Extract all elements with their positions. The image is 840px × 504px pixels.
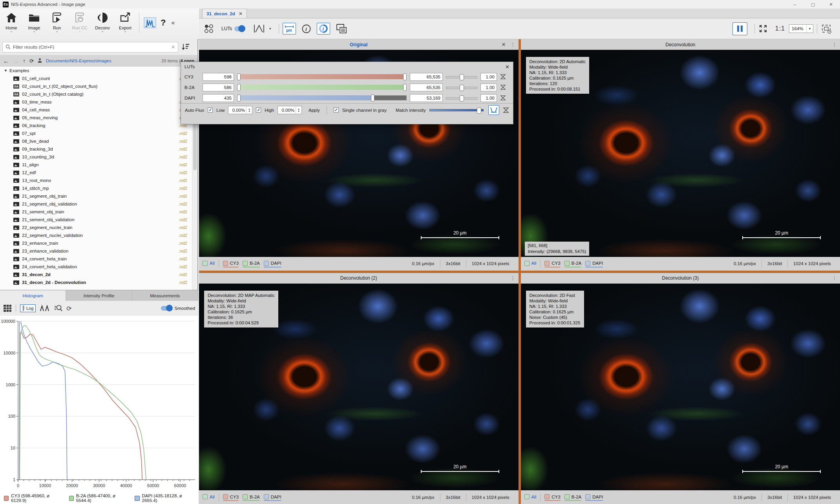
channel-checkbox[interactable] bbox=[544, 494, 550, 499]
close-button[interactable]: ✕ bbox=[822, 0, 840, 9]
tab-intensity-profile[interactable]: Intensity Profile bbox=[66, 290, 132, 301]
peaks-icon[interactable] bbox=[40, 305, 50, 312]
spinner-arrows-icon[interactable]: ▲▼ bbox=[246, 106, 252, 114]
file-row[interactable]: 31_decon_2d - Deconvolution .nd2 bbox=[0, 278, 197, 286]
channel-checkbox[interactable] bbox=[564, 494, 570, 499]
lut-range-slider[interactable] bbox=[237, 84, 407, 91]
lut-gamma-slider[interactable] bbox=[446, 84, 477, 91]
reset-channel-icon[interactable] bbox=[500, 95, 509, 101]
luts-toggle[interactable] bbox=[234, 26, 245, 31]
back-icon[interactable]: ← bbox=[3, 58, 9, 64]
lut-curve-icon[interactable] bbox=[253, 24, 265, 33]
luts-close-icon[interactable]: ✕ bbox=[505, 64, 509, 70]
file-row[interactable]: 14_stitch_mp .nd2 bbox=[0, 184, 197, 192]
file-row[interactable]: 10_counting_3d .nd2 bbox=[0, 153, 197, 161]
help-button[interactable]: ? bbox=[161, 18, 166, 28]
channel-checkbox[interactable] bbox=[524, 494, 530, 499]
tab-close-icon[interactable]: ✕ bbox=[239, 11, 243, 16]
file-row[interactable]: 24_convert_hela_train .nd2 bbox=[0, 255, 197, 263]
file-row[interactable]: 01_cell_count .nd2 bbox=[0, 75, 197, 82]
channel-toggle-all[interactable]: All bbox=[524, 494, 537, 500]
channel-checkbox[interactable] bbox=[264, 261, 269, 266]
channel-toggle-b-2a[interactable]: B-2A bbox=[564, 494, 582, 500]
panel-header[interactable]: Deconvolution ⋮ bbox=[521, 39, 840, 50]
lut-low-thumb[interactable] bbox=[237, 95, 241, 102]
file-row[interactable]: 22_segment_nuclei_validation .nd2 bbox=[0, 231, 197, 239]
channel-checkbox[interactable] bbox=[524, 261, 530, 266]
channel-checkbox[interactable] bbox=[223, 494, 228, 499]
lut-max-input[interactable]: 65,535 bbox=[410, 84, 443, 91]
lut-curve-dropdown-icon[interactable]: ▼ bbox=[268, 27, 272, 31]
sort-order-icon[interactable] bbox=[181, 43, 190, 52]
micrograph-view[interactable]: Deconvolution: 2D AutomaticModality: Wid… bbox=[521, 50, 840, 257]
high-percent-spinner[interactable]: 0.00% ▲▼ bbox=[278, 106, 302, 114]
panel-menu-icon[interactable]: ⋮ bbox=[510, 42, 519, 47]
file-row[interactable]: 21_segment_obj_validation .nd2 bbox=[0, 200, 197, 208]
lut-high-thumb[interactable] bbox=[403, 84, 407, 91]
clear-filter-icon[interactable]: ✕ bbox=[171, 44, 175, 50]
channel-checkbox[interactable] bbox=[203, 494, 208, 499]
collapse-sidebar-button[interactable]: « bbox=[171, 19, 175, 26]
channel-checkbox[interactable] bbox=[585, 261, 590, 266]
panel-menu-icon[interactable]: ⋮ bbox=[831, 275, 840, 281]
file-row[interactable]: 11_align .nd2 bbox=[0, 161, 197, 169]
file-row[interactable]: 21_sement_obj_train .nd2 bbox=[0, 208, 197, 216]
channel-toggle-b-2a[interactable]: B-2A bbox=[243, 261, 260, 267]
low-percent-spinner[interactable]: 0.00% ▲▼ bbox=[228, 106, 252, 114]
reset-channel-icon[interactable] bbox=[500, 74, 509, 80]
lut-high-thumb[interactable] bbox=[403, 73, 407, 80]
panel-menu-icon[interactable]: ⋮ bbox=[831, 42, 840, 47]
file-row[interactable]: 09_tracking_3d .nd2 bbox=[0, 145, 197, 153]
file-row[interactable]: 07_spt .nd2 bbox=[0, 129, 197, 137]
file-row[interactable]: 03_time_meas .nd2 bbox=[0, 98, 197, 106]
panel-header[interactable]: Deconvolution (3) ⋮ bbox=[521, 273, 840, 284]
toolbar-button-run[interactable]: Run ⌄ bbox=[46, 9, 68, 40]
up-icon[interactable]: ↑ bbox=[23, 58, 26, 64]
apply-button[interactable]: Apply bbox=[309, 108, 320, 113]
zoom-percent-select[interactable]: 164% ▼ bbox=[789, 24, 813, 33]
channel-checkbox[interactable] bbox=[223, 261, 228, 266]
low-checkbox[interactable]: ✓ bbox=[208, 107, 213, 113]
micrograph-view[interactable]: Deconvolution: 2D MAP AutomaticModality:… bbox=[199, 284, 519, 491]
channel-toggle-all[interactable]: All bbox=[203, 494, 215, 500]
toolbar-button-home[interactable]: Home ⌄ bbox=[0, 9, 23, 40]
spinner-arrows-icon[interactable]: ▲▼ bbox=[296, 106, 301, 114]
file-row[interactable]: 06_tracking .nd2 bbox=[0, 122, 197, 129]
channel-checkbox[interactable] bbox=[564, 261, 570, 266]
channel-toggle-cy3[interactable]: CY3 bbox=[223, 494, 239, 500]
file-row[interactable]: 22_segment_nuclei_train .nd2 bbox=[0, 224, 197, 231]
maximize-button[interactable]: ▢ bbox=[804, 0, 822, 9]
file-row[interactable]: 08_live_dead .nd2 bbox=[0, 137, 197, 145]
file-row[interactable]: 13_root_mono .nd2 bbox=[0, 176, 197, 184]
lut-gamma-input[interactable]: 1.00 bbox=[480, 94, 497, 102]
channel-toggle-cy3[interactable]: CY3 bbox=[544, 494, 560, 500]
histogram-graph-icon[interactable] bbox=[143, 16, 157, 29]
channel-toggle-all[interactable]: All bbox=[203, 261, 215, 267]
tab-histogram[interactable]: Histogram bbox=[0, 290, 66, 301]
toolbar-button-deconv[interactable]: Deconv ⌄ bbox=[91, 9, 114, 40]
lut-low-thumb[interactable] bbox=[237, 73, 241, 80]
file-row[interactable]: 23_enhance_validation .nd2 bbox=[0, 247, 197, 255]
luts-dialog-titlebar[interactable]: LUTs ✕ bbox=[181, 62, 513, 71]
panel-menu-icon[interactable]: ⋮ bbox=[510, 275, 519, 281]
panel-header[interactable]: Deconvolution (2) ⋮ bbox=[199, 273, 519, 284]
reset-channel-icon[interactable] bbox=[500, 84, 509, 90]
channel-toggle-b-2a[interactable]: B-2A bbox=[564, 261, 582, 267]
file-row[interactable]: 05_meas_moving .nd2 bbox=[0, 114, 197, 122]
binary-layers-icon[interactable] bbox=[204, 24, 214, 34]
zoom-search-icon[interactable] bbox=[54, 304, 62, 312]
smoothed-toggle[interactable] bbox=[161, 306, 172, 311]
table-view-icon[interactable] bbox=[3, 304, 12, 312]
info-icon[interactable]: i bbox=[302, 24, 311, 33]
reset-luts-icon[interactable] bbox=[503, 107, 509, 113]
channel-checkbox[interactable] bbox=[544, 261, 550, 266]
fit-to-screen-icon[interactable] bbox=[758, 24, 768, 33]
micrograph-view[interactable]: Deconvolution: 2D FastModality: Wide-fie… bbox=[521, 284, 840, 491]
forward-icon[interactable]: → bbox=[13, 58, 19, 64]
refresh-histogram-icon[interactable]: ⟳ bbox=[66, 305, 71, 312]
channel-checkbox[interactable] bbox=[243, 261, 248, 266]
roi-frame-icon[interactable] bbox=[821, 24, 832, 34]
lut-min-input[interactable]: 435 bbox=[203, 94, 234, 102]
breadcrumb[interactable]: Documents\NIS-Express\Images bbox=[46, 58, 111, 63]
auto-scale-icon[interactable] bbox=[488, 105, 499, 115]
